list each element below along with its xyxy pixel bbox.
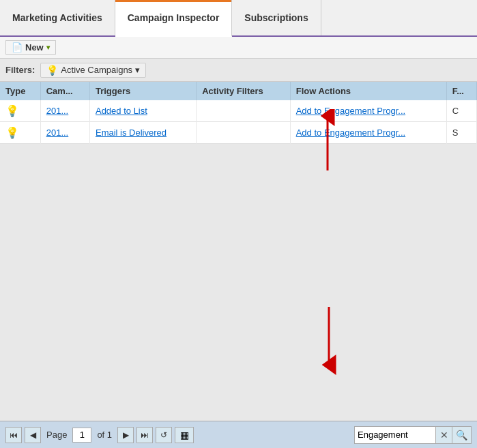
search-icon: 🔍: [456, 430, 467, 440]
row1-campaign[interactable]: 201...: [40, 100, 89, 122]
table-wrapper: Type Cam... Triggers Activity Filters Fl…: [0, 82, 477, 144]
row2-type-icon: 💡: [5, 127, 19, 138]
pagination-reset-button[interactable]: ↺: [156, 427, 172, 443]
tab-subscriptions[interactable]: Subscriptions: [232, 0, 321, 35]
row1-campaign-link[interactable]: 201...: [46, 106, 69, 116]
pagination-next-button[interactable]: ▶: [117, 427, 134, 443]
of-label: of 1: [97, 430, 112, 440]
new-label: New: [25, 42, 44, 53]
page-label: Page: [46, 430, 67, 440]
grid-icon: ▦: [180, 430, 189, 440]
search-clear-button[interactable]: ✕: [436, 426, 452, 444]
col-triggers: Triggers: [89, 82, 196, 100]
tab-marketing-activities[interactable]: Marketing Activities: [0, 0, 115, 35]
tab-marketing-activities-label: Marketing Activities: [12, 12, 102, 23]
row2-extra: S: [446, 122, 476, 144]
pagination-last-button[interactable]: ⏭: [136, 427, 153, 443]
tab-subscriptions-label: Subscriptions: [244, 12, 308, 23]
last-icon: ⏭: [141, 430, 149, 440]
row2-type: 💡: [0, 122, 40, 144]
table-row[interactable]: 💡 201... Added to List Add to Engagement…: [0, 100, 477, 122]
pagination-first-button[interactable]: ⏮: [5, 427, 22, 443]
filter-chip-label: Active Campaigns: [61, 65, 132, 75]
row1-type: 💡: [0, 100, 40, 122]
active-campaigns-filter[interactable]: 💡 Active Campaigns ▾: [40, 63, 146, 78]
row1-trigger-link[interactable]: Added to List: [96, 106, 147, 116]
row2-campaign-link[interactable]: 201...: [46, 128, 69, 138]
row2-activity-filters: [197, 122, 291, 144]
row1-extra: C: [446, 100, 476, 122]
first-icon: ⏮: [10, 430, 18, 440]
annotation-arrow-down: [308, 300, 349, 377]
row2-triggers[interactable]: Email is Delivered: [89, 122, 196, 144]
page-number-input[interactable]: [72, 428, 91, 443]
filters-bar: Filters: 💡 Active Campaigns ▾: [0, 59, 477, 82]
filter-chip-icon: 💡: [46, 65, 58, 76]
toolbar: 📄 New ▾: [0, 37, 477, 59]
col-campaign: Cam...: [40, 82, 89, 100]
prev-icon: ◀: [30, 430, 36, 440]
row2-flow-actions[interactable]: Add to Engagement Progr...: [290, 122, 446, 144]
filters-label: Filters:: [5, 65, 35, 75]
next-icon: ▶: [123, 430, 129, 440]
search-input[interactable]: [354, 426, 436, 444]
campaign-table: Type Cam... Triggers Activity Filters Fl…: [0, 82, 477, 144]
pagination-prev-button[interactable]: ◀: [25, 427, 41, 443]
clear-icon: ✕: [440, 430, 448, 440]
reset-icon: ↺: [160, 430, 167, 440]
col-flow-actions: Flow Actions: [290, 82, 446, 100]
col-type: Type: [0, 82, 40, 100]
col-extra: F...: [446, 82, 476, 100]
row1-type-icon: 💡: [5, 105, 19, 117]
tab-campaign-inspector-label: Campaign Inspector: [128, 12, 220, 23]
row1-activity-filters: [197, 100, 291, 122]
search-box-container: ✕ 🔍: [354, 426, 472, 444]
table-row[interactable]: 💡 201... Email is Delivered Add to Engag…: [0, 122, 477, 144]
new-icon: 📄: [12, 42, 23, 53]
pagination-bar: ⏮ ◀ Page of 1 ▶ ⏭ ↺ ▦ ✕ 🔍: [0, 421, 477, 448]
table-header-row: Type Cam... Triggers Activity Filters Fl…: [0, 82, 477, 100]
filter-chip-arrow: ▾: [135, 65, 140, 75]
row1-triggers[interactable]: Added to List: [89, 100, 196, 122]
row1-flow-action-link[interactable]: Add to Engagement Progr...: [296, 106, 405, 116]
row2-campaign[interactable]: 201...: [40, 122, 89, 144]
main-area: Type Cam... Triggers Activity Filters Fl…: [0, 82, 477, 421]
grid-view-button[interactable]: ▦: [175, 427, 194, 443]
new-button[interactable]: 📄 New ▾: [5, 40, 56, 55]
row1-flow-actions[interactable]: Add to Engagement Progr...: [290, 100, 446, 122]
col-activity-filters: Activity Filters: [197, 82, 291, 100]
row2-trigger-link[interactable]: Email is Delivered: [96, 128, 167, 138]
tab-campaign-inspector[interactable]: Campaign Inspector: [115, 0, 233, 37]
new-dropdown-arrow: ▾: [46, 44, 50, 51]
tab-bar: Marketing Activities Campaign Inspector …: [0, 0, 477, 37]
row2-flow-action-link[interactable]: Add to Engagement Progr...: [296, 128, 405, 138]
search-go-button[interactable]: 🔍: [452, 426, 472, 444]
